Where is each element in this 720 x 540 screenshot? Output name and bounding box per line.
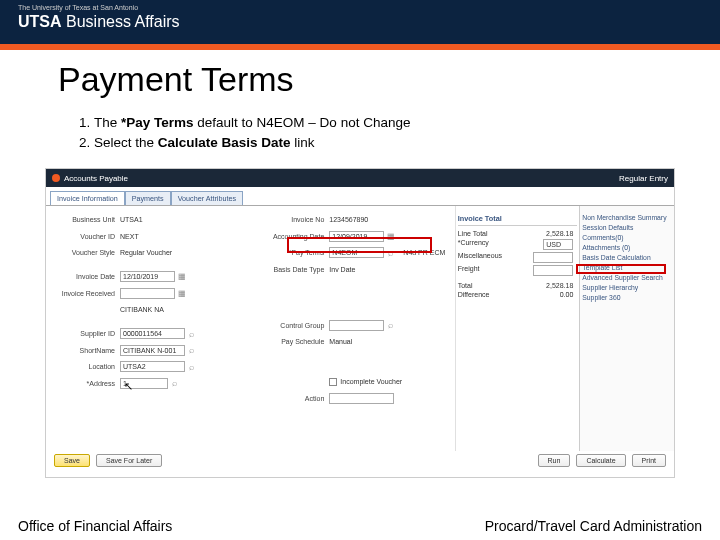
line-total-value: 2,528.18 [546,230,573,237]
app-title: Accounts Payable [64,174,128,183]
run-button[interactable]: Run [538,454,571,467]
total-value: 2,528.18 [546,282,573,289]
link-template-list[interactable]: Template List [582,262,672,272]
supplier-id-input[interactable]: 0000011564 [120,328,185,339]
pay-schedule-value: Manual [329,338,352,345]
slide-footer: Office of Financial Affairs Procard/Trav… [0,518,720,540]
form-left: Business UnitUTSA1 Voucher IDNEXT Vouche… [46,206,255,451]
accent-bar [0,44,720,50]
bank-name: CITIBANK NA [120,306,164,313]
link-adv-supplier-search[interactable]: Advanced Supplier Search [582,272,672,282]
save-button[interactable]: Save [54,454,90,467]
link-attachments[interactable]: Attachments (0) [582,242,672,252]
link-basis-date-calc[interactable]: Basis Date Calculation [582,252,672,262]
page-title: Payment Terms [58,60,690,99]
app-screenshot: Accounts Payable Regular Entry Invoice I… [45,168,675,478]
tab-payments[interactable]: Payments [125,191,171,205]
freight-input[interactable] [533,265,573,276]
pay-terms-input[interactable]: N4EOM [329,247,384,258]
form-mid: Invoice No1234567890 Accounting Date12/0… [255,206,454,451]
link-supplier-hierarchy[interactable]: Supplier Hierarchy [582,282,672,292]
action-select[interactable] [329,393,394,404]
difference-value: 0.00 [560,291,574,298]
instruction-1: The *Pay Terms default to N4EOM – Do not… [94,113,690,133]
lookup-icon[interactable] [187,362,196,371]
link-non-merch[interactable]: Non Merchandise Summary [582,212,672,222]
link-session-defaults[interactable]: Session Defaults [582,222,672,232]
basis-date-value: Inv Date [329,266,355,273]
brand: UTSA Business Affairs [18,13,702,31]
slide-header: The University of Texas at San Antonio U… [0,0,720,44]
invoice-total-header: Invoice Total [458,212,578,226]
lookup-icon[interactable] [386,248,395,257]
incomplete-label: Incomplete Voucher [340,378,402,385]
tab-invoice-info[interactable]: Invoice Information [50,191,125,205]
link-comments[interactable]: Comments(0) [582,232,672,242]
voucher-style-value: Regular Voucher [120,249,172,256]
app-header: Accounts Payable Regular Entry [46,169,674,187]
links-panel: Non Merchandise Summary Session Defaults… [579,206,674,451]
business-unit-value: UTSA1 [120,216,143,223]
lookup-icon[interactable] [386,321,395,330]
invoice-received-input[interactable] [120,288,175,299]
invoice-date-input[interactable]: 12/10/2019 [120,271,175,282]
cursor-icon: ↖ [124,380,133,393]
footer-left: Office of Financial Affairs [18,518,172,534]
calendar-icon[interactable] [177,272,186,281]
short-name-input[interactable]: CITIBANK N-001 [120,345,185,356]
incomplete-checkbox[interactable] [329,378,337,386]
calendar-icon[interactable] [386,232,395,241]
pay-terms-aux: N4d PR ECM [403,249,445,256]
tab-bar: Invoice Information Payments Voucher Att… [50,191,670,205]
tab-voucher-attrs[interactable]: Voucher Attributes [171,191,243,205]
lookup-icon[interactable] [170,379,179,388]
calculate-button[interactable]: Calculate [576,454,625,467]
footer-right: Procard/Travel Card Administration [485,518,702,534]
button-bar: Save Save For Later Run Calculate Print [46,451,674,470]
currency-input[interactable]: USD [543,239,573,250]
university-name: The University of Texas at San Antonio [18,4,702,11]
lookup-icon[interactable] [187,329,196,338]
invoice-total-panel: Invoice Total Line Total2,528.18 *Curren… [455,206,580,451]
instruction-2: Select the Calculate Basis Date link [94,133,690,153]
instructions-list: The *Pay Terms default to N4EOM – Do not… [70,113,690,152]
misc-input[interactable] [533,252,573,263]
invoice-no-value: 1234567890 [329,216,368,223]
link-supplier-360[interactable]: Supplier 360 [582,292,672,302]
control-group-input[interactable] [329,320,384,331]
app-icon [52,174,60,182]
lookup-icon[interactable] [187,346,196,355]
calendar-icon[interactable] [177,289,186,298]
accounting-date-input[interactable]: 12/09/2019 [329,231,384,242]
location-input[interactable]: UTSA2 [120,361,185,372]
voucher-id-value: NEXT [120,233,139,240]
save-later-button[interactable]: Save For Later [96,454,162,467]
print-button[interactable]: Print [632,454,666,467]
entry-mode: Regular Entry [619,174,668,183]
